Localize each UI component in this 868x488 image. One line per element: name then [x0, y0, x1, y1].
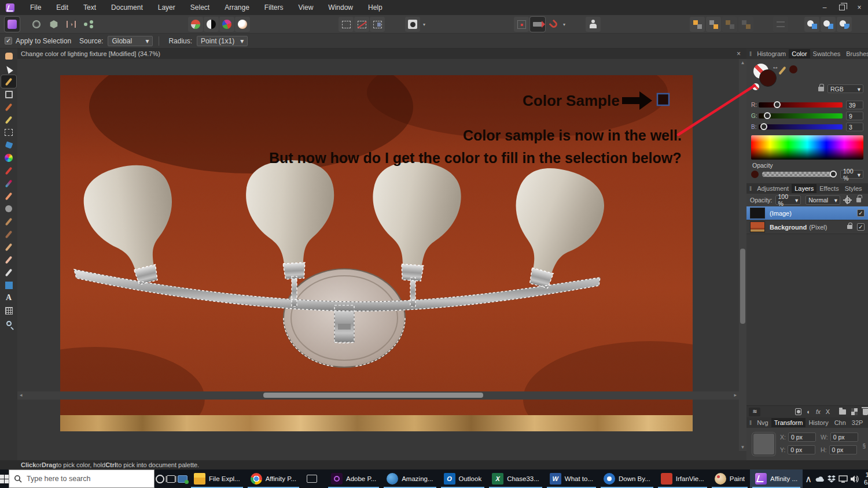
arrange-backward-button[interactable]	[706, 17, 721, 32]
red-value-field[interactable]: 39	[846, 101, 863, 109]
green-value-field[interactable]: 9	[846, 112, 863, 120]
taskbar-amazing[interactable]: Amazing...	[381, 469, 438, 488]
selection-intersect-button[interactable]	[370, 17, 385, 32]
menu-layer[interactable]: Layer	[150, 3, 183, 12]
blend-mode-dropdown[interactable]: Normal▾	[806, 195, 840, 205]
paint-brush-tool[interactable]	[1, 164, 16, 177]
gradient-tool[interactable]	[1, 151, 16, 164]
panel-dock-icon[interactable]: ‖	[749, 420, 752, 426]
blemish-removal-tool[interactable]	[1, 253, 16, 266]
photo-lighting-fixture[interactable]: Color Sample Color sample is now in the …	[60, 75, 693, 431]
zoom-tool[interactable]	[1, 317, 16, 330]
menu-view[interactable]: View	[291, 3, 321, 12]
document-tab-title[interactable]: Change color of lighting fixture [Modifi…	[21, 50, 160, 57]
scroll-down-icon[interactable]: ▼	[739, 445, 746, 450]
assistant-button[interactable]	[586, 17, 601, 32]
text-tool[interactable]: A	[1, 291, 16, 304]
smudge-tool[interactable]	[1, 241, 16, 253]
layer-thumbnail[interactable]	[750, 221, 765, 232]
layer-stack-icon[interactable]: ≋	[749, 408, 760, 416]
mesh-warp-tool[interactable]	[1, 304, 16, 317]
move-by-whole-pixels-button[interactable]	[530, 17, 545, 32]
vertical-scrollbar[interactable]: ▲ ▼	[739, 59, 746, 451]
w-field[interactable]: 0 px	[830, 432, 858, 442]
layer-row-background[interactable]: Background (Pixel) ✓	[746, 220, 868, 234]
menu-select[interactable]: Select	[183, 3, 217, 12]
photo-persona-button[interactable]	[5, 17, 20, 32]
taskbar-excel-chase[interactable]: X Chase33...	[487, 469, 545, 488]
eyedropper-icon[interactable]	[778, 66, 786, 75]
taskbar-down-by[interactable]: Down By...	[598, 469, 656, 488]
auto-contrast-button[interactable]	[204, 17, 219, 32]
layer-visibility-checkbox[interactable]: ✓	[857, 209, 865, 217]
flood-fill-tool[interactable]	[1, 139, 16, 151]
tab-channels[interactable]: Chn	[832, 418, 849, 427]
delete-layer-icon[interactable]	[863, 409, 868, 415]
layer-opacity-dropdown[interactable]: 100 %▾	[775, 195, 801, 205]
cortana-button[interactable]	[156, 469, 164, 488]
snapping-caret-icon[interactable]: ▾	[563, 22, 565, 27]
taskbar-outlook[interactable]: O Outlook	[439, 469, 487, 488]
picked-color-dot[interactable]	[789, 65, 797, 73]
arrange-back-button[interactable]	[738, 17, 753, 32]
blue-value-field[interactable]: 3	[846, 123, 863, 131]
menu-filters[interactable]: Filters	[257, 3, 291, 12]
menu-file[interactable]: File	[23, 3, 49, 12]
view-tool[interactable]	[1, 50, 16, 62]
tab-brushes[interactable]: Brushes	[843, 49, 868, 58]
source-dropdown[interactable]: Global▾	[108, 36, 153, 46]
snapping-grid-button[interactable]	[514, 17, 529, 32]
tab-histogram[interactable]: Histogram	[754, 49, 789, 58]
geometry-divide-button[interactable]	[837, 17, 852, 32]
pen-tool[interactable]	[1, 266, 16, 279]
auto-colour-button[interactable]	[219, 17, 234, 32]
tab-navigator[interactable]: Nvg	[754, 418, 771, 427]
dodge-tool[interactable]	[1, 202, 16, 215]
opacity-slider[interactable]	[762, 172, 836, 177]
search-input[interactable]	[27, 475, 154, 483]
close-button[interactable]: ×	[851, 0, 868, 15]
red-slider[interactable]	[759, 102, 843, 108]
liquify-layer-icon[interactable]: X	[826, 408, 830, 415]
onedrive-cloud-icon[interactable]	[814, 469, 826, 488]
crop-tool[interactable]	[1, 88, 16, 101]
adjustment-layer-icon[interactable]: ◐	[807, 408, 811, 415]
scroll-up-icon[interactable]: ▲	[739, 60, 746, 65]
pattern-layer-icon[interactable]	[851, 408, 858, 415]
color-spectrum[interactable]	[751, 135, 863, 160]
liquify-persona-button[interactable]	[29, 17, 44, 32]
geometry-add-button[interactable]	[804, 17, 819, 32]
quick-mask-button[interactable]	[405, 17, 420, 32]
lock-icon[interactable]	[818, 87, 824, 91]
panel-dock-icon[interactable]: ‖	[749, 51, 752, 57]
color-picker-tool[interactable]	[1, 75, 16, 88]
scroll-right-icon[interactable]: ▸	[734, 392, 737, 398]
tab-layers[interactable]: Layers	[792, 184, 816, 193]
scroll-left-icon[interactable]: ◂	[20, 392, 23, 398]
group-layers-icon[interactable]	[839, 409, 846, 415]
blend-options-gear-icon[interactable]	[845, 197, 851, 204]
live-filter-icon[interactable]: fx	[816, 409, 821, 415]
h-field[interactable]: 0 px	[829, 445, 857, 454]
taskbar-word-what[interactable]: W What to...	[545, 469, 598, 488]
clone-tool[interactable]	[1, 215, 16, 228]
opacity-slider-knob[interactable]	[830, 171, 837, 178]
alignment-button[interactable]	[773, 17, 788, 32]
remote-desktop-button[interactable]	[178, 469, 187, 488]
radius-dropdown[interactable]: Point (1x1)▾	[197, 36, 248, 46]
anchor-point-selector[interactable]	[753, 434, 774, 454]
auto-white-balance-button[interactable]	[235, 17, 250, 32]
swap-colors-icon[interactable]: ↔	[772, 62, 779, 71]
tab-history[interactable]: History	[806, 418, 831, 427]
tab-styles[interactable]: Styles	[842, 184, 865, 193]
tray-chevron-up-icon[interactable]: ∧	[803, 469, 814, 488]
restore-button[interactable]	[833, 0, 851, 15]
auto-levels-button[interactable]	[188, 17, 203, 32]
task-view-button[interactable]	[167, 469, 175, 488]
blue-slider-knob[interactable]	[760, 123, 767, 130]
menu-window[interactable]: Window	[321, 3, 361, 12]
mask-layer-icon[interactable]	[795, 408, 801, 415]
network-icon[interactable]	[837, 469, 849, 488]
layer-row-image[interactable]: (Image) ✓	[746, 206, 868, 220]
arrange-front-button[interactable]	[722, 17, 737, 32]
